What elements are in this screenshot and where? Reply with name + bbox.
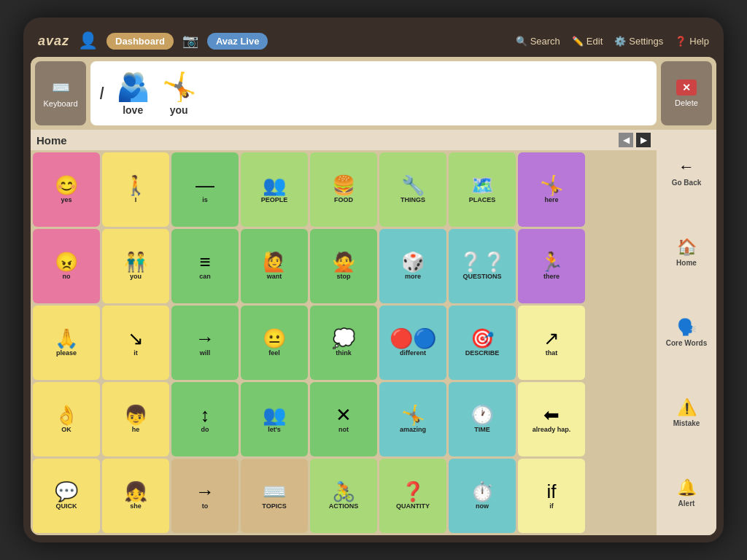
sidebar-alert[interactable]: 🔔 Alert (659, 454, 713, 532)
cell-label: THINGS (400, 196, 425, 203)
grid-cell-she[interactable]: 👧she (102, 459, 169, 533)
cell-icon: 🔧 (401, 176, 425, 195)
sidebar-core-words[interactable]: 🗣️ Core Words (659, 293, 713, 372)
cell-icon: 🙅 (332, 252, 355, 271)
avaz-live-button[interactable]: Avaz Live (207, 33, 268, 50)
grid-cell-want[interactable]: 🙋want (241, 229, 308, 303)
settings-action[interactable]: ⚙️ Settings (614, 36, 663, 47)
cell-icon: ⏱️ (471, 482, 494, 501)
grid-cell-DESCRIBE[interactable]: 🎯DESCRIBE (449, 306, 516, 380)
grid-cell-already hap.[interactable]: ⬅already hap. (518, 382, 585, 456)
grid-cell-now[interactable]: ⏱️now (449, 459, 516, 533)
sentence-word-you: 🤸 you (162, 71, 196, 116)
grid-cell-QUICK[interactable]: 💬QUICK (33, 459, 100, 533)
cell-icon: 🏃 (540, 252, 563, 271)
cell-icon: 👬 (124, 252, 147, 271)
cell-icon: 😐 (263, 329, 286, 348)
grid-cell-do[interactable]: ↕do (171, 382, 239, 456)
cell-icon: 🙋 (263, 252, 286, 271)
grid-cell-TIME[interactable]: 🕐TIME (449, 382, 516, 456)
grid-cell-let's[interactable]: 👥let's (241, 382, 308, 456)
main-content: ⌨️ Keyboard I 🫂 love 🤸 you (31, 57, 716, 535)
grid-cell-more[interactable]: 🎲more (379, 229, 446, 303)
grid-cell-that[interactable]: ↗that (518, 306, 585, 380)
grid-next-button[interactable]: ▶ (636, 133, 651, 147)
grid-cell-no[interactable]: 😠no (33, 229, 100, 303)
grid-cell-THINGS[interactable]: 🔧THINGS (379, 152, 446, 227)
cell-label: there (543, 273, 560, 280)
cell-label: I (135, 196, 137, 203)
grid-cell-to[interactable]: →to (171, 459, 239, 533)
grid-cell-if[interactable]: ifif (518, 459, 585, 533)
grid-cell-here[interactable]: 🤸here (518, 152, 585, 227)
grid-title: Home (36, 134, 67, 147)
grid-cell-different[interactable]: 🔴🔵different (379, 306, 446, 380)
delete-button[interactable]: ✕ Delete (661, 61, 712, 125)
cell-label: that (546, 349, 558, 357)
sidebar-home[interactable]: 🏠 Home (659, 213, 713, 292)
cell-label: stop (337, 273, 351, 280)
grid-left: Home ◀ ▶ 😊yes🚶I—is👥PEOPLE🍔FOOD🔧THINGS🗺️P… (31, 130, 657, 535)
cell-label: QUICK (56, 502, 77, 510)
edit-action[interactable]: ✏️ Edit (572, 36, 603, 47)
grid-cell-you[interactable]: 👬you (102, 229, 169, 303)
search-action[interactable]: 🔍 Search (516, 36, 560, 47)
grid-cell-ACTIONS[interactable]: 🚴ACTIONS (310, 459, 377, 533)
delete-x-icon: ✕ (676, 79, 697, 96)
help-action[interactable]: ❓ Help (675, 36, 709, 47)
grid-cell-can[interactable]: ≡can (171, 229, 239, 303)
grid-cell-think[interactable]: 💭think (310, 306, 377, 380)
grid-cell-QUANTITY[interactable]: ❓QUANTITY (379, 459, 446, 533)
grid-cell-it[interactable]: ↘it (102, 306, 169, 380)
grid-cell-stop[interactable]: 🙅stop (310, 229, 377, 303)
keyboard-button[interactable]: ⌨️ Keyboard (35, 61, 86, 125)
sidebar-go-back[interactable]: ← Go Back (659, 133, 713, 211)
cell-icon: ⬅ (543, 405, 560, 424)
cell-icon: 👥 (263, 176, 286, 195)
cell-icon: → (196, 482, 214, 501)
cell-icon: 🔴🔵 (390, 329, 436, 348)
grid-cell-please[interactable]: 🙏please (33, 306, 100, 380)
home-icon: 🏠 (677, 238, 697, 257)
cell-label: PLACES (469, 196, 496, 203)
grid-prev-button[interactable]: ◀ (619, 133, 633, 147)
cell-label: TIME (474, 426, 490, 433)
sentence-display[interactable]: I 🫂 love 🤸 you (90, 61, 657, 125)
grid-cell-FOOD[interactable]: 🍔FOOD (310, 152, 377, 227)
grid-cell-TOPICS[interactable]: ⌨️TOPICS (241, 459, 308, 533)
cell-label: want (267, 273, 282, 280)
cell-icon: ↗ (543, 329, 560, 348)
grid-cell-there[interactable]: 🏃there (518, 229, 585, 303)
dashboard-button[interactable]: Dashboard (107, 33, 174, 50)
grid-cell-will[interactable]: →will (171, 306, 239, 380)
grid-cell-is[interactable]: —is (171, 152, 239, 227)
grid-cell-PLACES[interactable]: 🗺️PLACES (449, 152, 516, 227)
cell-icon: 🍔 (332, 176, 355, 195)
cell-label: already hap. (533, 426, 571, 433)
grid-cell-feel[interactable]: 😐feel (241, 306, 308, 380)
grid-cell-26 (587, 306, 654, 380)
grid-cell-OK[interactable]: 👌OK (33, 382, 100, 456)
cell-label: no (63, 273, 71, 280)
cell-icon: 🕐 (471, 405, 494, 424)
avaz-logo: avaz (38, 34, 69, 49)
cell-icon: 🎯 (471, 329, 494, 348)
go-back-icon: ← (678, 158, 694, 176)
top-actions: 🔍 Search ✏️ Edit ⚙️ Settings ❓ Help (516, 36, 709, 47)
cell-icon: ⌨️ (263, 482, 286, 501)
grid-cell-not[interactable]: ✕not (310, 382, 377, 456)
grid-cell-35 (587, 382, 654, 456)
cell-label: FOOD (334, 196, 353, 203)
sidebar-mistake[interactable]: ⚠️ Mistake (659, 373, 713, 452)
grid-cell-QUESTIONS[interactable]: ❔❔QUESTIONS (449, 229, 516, 303)
grid-cell-he[interactable]: 👦he (102, 382, 169, 456)
cell-icon: 🤸 (540, 176, 563, 195)
grid-nav: ◀ ▶ (619, 133, 651, 147)
grid-cell-yes[interactable]: 😊yes (33, 152, 100, 227)
cell-icon: 🚴 (332, 482, 355, 501)
cell-icon: 🤸 (401, 405, 425, 424)
grid-cell-I[interactable]: 🚶I (102, 152, 169, 227)
grid-cell-PEOPLE[interactable]: 👥PEOPLE (241, 152, 308, 227)
cell-icon: ❔❔ (459, 252, 506, 271)
grid-cell-amazing[interactable]: 🤸amazing (379, 382, 446, 456)
